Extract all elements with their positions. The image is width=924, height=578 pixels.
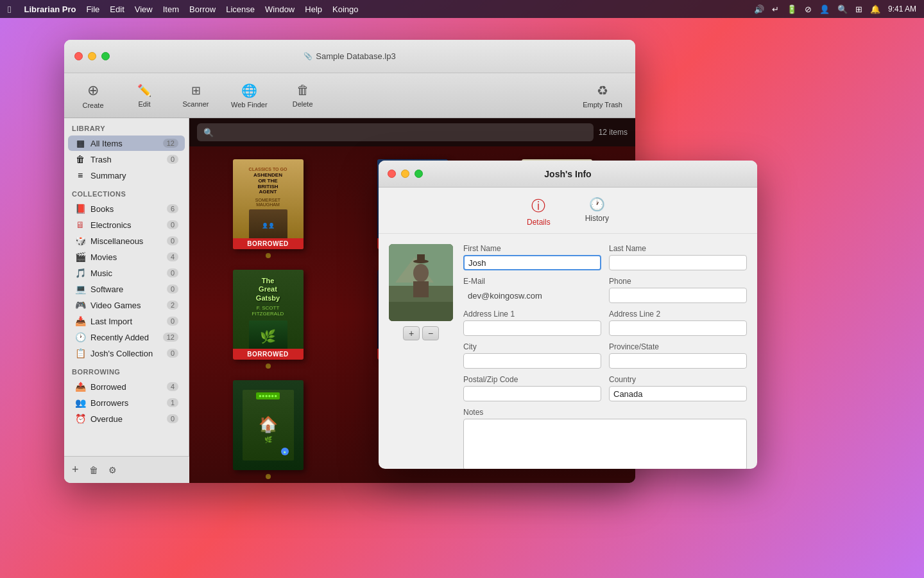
shelf-peg xyxy=(266,363,271,369)
web-finder-icon: 🌐 xyxy=(241,83,257,98)
toolbar-web-finder[interactable]: 🌐 Web Finder xyxy=(231,83,268,109)
sidebar-item-recently-added[interactable]: 🕐 Recently Added 12 xyxy=(68,329,185,345)
music-count: 0 xyxy=(167,268,178,277)
sidebar-item-miscellaneous[interactable]: 🎲 Miscellaneous 0 xyxy=(68,233,185,249)
search-icon: 🔍 xyxy=(203,128,214,137)
svg-rect-2 xyxy=(389,302,453,321)
postal-input[interactable] xyxy=(463,386,601,401)
menubar:  Librarian Pro File Edit View Item Borr… xyxy=(0,0,924,18)
menu-borrow[interactable]: Borrow xyxy=(189,4,216,14)
menu-edit[interactable]: Edit xyxy=(110,4,124,14)
dialog-photo-col: + − xyxy=(389,244,453,461)
field-row-postal: Postal/Zip Code Country xyxy=(463,375,747,401)
menu-window[interactable]: Window xyxy=(265,4,295,14)
address2-input[interactable] xyxy=(609,320,747,336)
remove-photo-button[interactable]: − xyxy=(422,326,439,340)
controls-icon[interactable]: ⊞ xyxy=(855,4,862,14)
menu-item[interactable]: Item xyxy=(163,4,179,14)
tab-history[interactable]: 🕐 History xyxy=(578,194,617,229)
sidebar-item-electronics[interactable]: 🖥 Electronics 0 xyxy=(68,217,185,232)
list-item[interactable]: CLASSICS TO GO ASHENDENOR THEBRITISHAGEN… xyxy=(196,153,340,263)
photo-buttons: + − xyxy=(403,326,439,340)
web-finder-label: Web Finder xyxy=(231,101,268,109)
video-games-icon: 🎮 xyxy=(74,300,86,310)
search-menubar-icon[interactable]: 🔍 xyxy=(837,4,848,14)
tab-details[interactable]: ⓘ Details xyxy=(519,194,558,229)
toolbar-create[interactable]: ⊕ Create xyxy=(77,82,109,109)
address1-input[interactable] xyxy=(463,320,601,336)
scanner-label: Scanner xyxy=(183,100,209,108)
borrowing-section-label: BORROWING xyxy=(64,362,189,378)
sidebar-item-all-items[interactable]: ▦ All Items 12 xyxy=(68,136,185,151)
last-name-input[interactable] xyxy=(609,255,747,270)
city-label: City xyxy=(463,342,601,351)
dialog-minimize-button[interactable] xyxy=(401,170,409,178)
sidebar-settings-button[interactable]: ⚙ xyxy=(108,465,117,475)
sidebar-item-video-games[interactable]: 🎮 Video Games 2 xyxy=(68,297,185,313)
sidebar-item-borrowed[interactable]: 📤 Borrowed 4 xyxy=(68,379,185,394)
list-item[interactable]: ●●●●●● 🏠 🌿 ● xyxy=(196,374,340,483)
window-close-button[interactable] xyxy=(74,52,83,60)
bluetooth-icon: ↵ xyxy=(772,4,779,14)
city-input[interactable] xyxy=(463,353,601,369)
dialog-maximize-button[interactable] xyxy=(415,170,423,178)
last-name-label: Last Name xyxy=(609,244,747,253)
trash-count: 0 xyxy=(167,155,178,164)
last-name-group: Last Name xyxy=(609,244,747,270)
menubar-right: 🔊 ↵ 🔋 ⊘ 👤 🔍 ⊞ 🔔 9:41 AM xyxy=(754,4,916,14)
notification-icon[interactable]: 🔔 xyxy=(870,4,880,14)
menu-license[interactable]: License xyxy=(226,4,255,14)
menu-app[interactable]: Librarian Pro xyxy=(24,4,76,14)
edit-icon: ✏️ xyxy=(137,83,151,98)
sidebar-item-last-import[interactable]: 📥 Last Import 0 xyxy=(68,313,185,329)
add-photo-button[interactable]: + xyxy=(403,326,420,340)
dialog-close-button[interactable] xyxy=(388,170,396,178)
country-input[interactable] xyxy=(609,386,747,401)
sidebar-item-books[interactable]: 📕 Books 6 xyxy=(68,201,185,216)
borrowers-icon: 👥 xyxy=(74,398,86,408)
sidebar-item-music[interactable]: 🎵 Music 0 xyxy=(68,265,185,281)
sidebar-item-software[interactable]: 💻 Software 0 xyxy=(68,281,185,297)
window-maximize-button[interactable] xyxy=(101,52,110,60)
phone-input[interactable] xyxy=(609,288,747,303)
menu-help[interactable]: Help xyxy=(305,4,322,14)
book-green-cover: ●●●●●● 🏠 🌿 ● xyxy=(233,380,304,470)
sidebar-remove-button[interactable]: 🗑 xyxy=(89,465,98,475)
video-games-label: Video Games xyxy=(90,301,167,310)
electronics-count: 0 xyxy=(167,220,178,229)
dialog-window-controls xyxy=(388,170,423,178)
window-minimize-button[interactable] xyxy=(88,52,96,60)
items-count: 12 items xyxy=(599,128,628,137)
list-item[interactable]: TheGreatGatsby F. SCOTTFITZGERALD 🌿 BORR… xyxy=(196,263,340,374)
toolbar-empty-trash[interactable]: ♻ Empty Trash xyxy=(583,83,622,109)
sidebar-item-joshs-collection[interactable]: 📋 Josh's Collection 0 xyxy=(68,346,185,361)
sidebar-item-borrowers[interactable]: 👥 Borrowers 1 xyxy=(68,395,185,410)
first-name-input[interactable] xyxy=(463,255,601,270)
toolbar: ⊕ Create ✏️ Edit ⊞ Scanner 🌐 Web Finder … xyxy=(64,73,635,118)
toolbar-delete[interactable]: 🗑 Delete xyxy=(287,83,319,108)
menu-file[interactable]: File xyxy=(86,4,99,14)
book-gatsby-cover: TheGreatGatsby F. SCOTTFITZGERALD 🌿 BORR… xyxy=(233,270,304,360)
search-input[interactable] xyxy=(218,128,587,137)
toolbar-scanner[interactable]: ⊞ Scanner xyxy=(180,83,212,108)
apple-logo-icon[interactable]:  xyxy=(8,4,11,15)
software-label: Software xyxy=(90,285,167,294)
province-input[interactable] xyxy=(609,353,747,369)
sidebar-item-summary[interactable]: ≡ Summary xyxy=(68,168,185,183)
dialog-fields-col: First Name Last Name E-Mail dev@koingosw… xyxy=(463,244,747,461)
search-input-wrap[interactable]: 🔍 xyxy=(197,123,594,141)
menu-view[interactable]: View xyxy=(135,4,153,14)
books-count: 6 xyxy=(167,204,178,213)
sidebar-item-overdue[interactable]: ⏰ Overdue 0 xyxy=(68,411,185,426)
notes-group: Notes xyxy=(463,408,747,469)
miscellaneous-count: 0 xyxy=(167,236,178,245)
menu-koingo[interactable]: Koingo xyxy=(332,4,358,14)
notes-textarea[interactable] xyxy=(463,419,747,469)
joshs-collection-icon: 📋 xyxy=(74,348,86,358)
sidebar-add-button[interactable]: + xyxy=(72,463,79,477)
sidebar-item-trash[interactable]: 🗑 Trash 0 xyxy=(68,152,185,167)
book-gatsby-inner: TheGreatGatsby F. SCOTTFITZGERALD 🌿 xyxy=(233,270,304,360)
window-titlebar: 📎 Sample Database.lp3 xyxy=(64,40,635,73)
toolbar-edit[interactable]: ✏️ Edit xyxy=(128,83,160,108)
sidebar-item-movies[interactable]: 🎬 Movies 4 xyxy=(68,249,185,265)
